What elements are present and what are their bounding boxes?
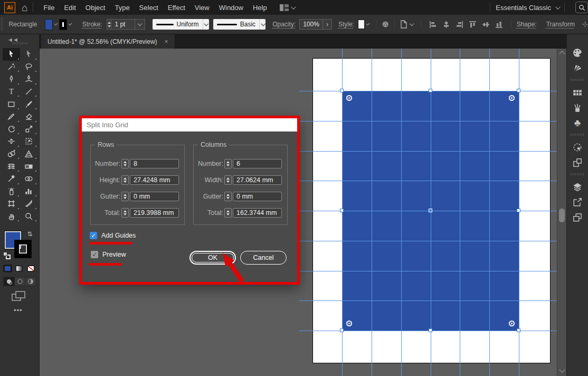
stroke-weight-value[interactable]: 1 pt (111, 19, 135, 30)
panel-group-grip[interactable] (571, 79, 584, 81)
selection-handle[interactable] (517, 89, 520, 92)
blend-tool[interactable] (20, 173, 37, 185)
menu-window[interactable]: Window (214, 0, 248, 15)
color-button[interactable] (3, 265, 12, 272)
style-swatch[interactable] (358, 20, 365, 29)
drag-grip[interactable] (1, 17, 3, 31)
screen-mode-icon[interactable] (12, 291, 25, 302)
rectangle-tool[interactable] (3, 98, 20, 110)
width-profile-chevron[interactable] (203, 19, 209, 30)
transparency-panel-icon[interactable] (567, 139, 588, 155)
selection-handle[interactable] (429, 89, 432, 92)
horizontal-guide[interactable] (299, 300, 558, 301)
stroke-weight-dropdown[interactable] (135, 19, 145, 30)
gradient-tool[interactable] (20, 160, 37, 173)
live-corner-widget[interactable] (509, 321, 515, 326)
scrollbar-thumb[interactable] (559, 209, 565, 222)
gradient-button[interactable] (15, 265, 24, 272)
swatches-panel-icon[interactable] (567, 84, 588, 100)
home-icon[interactable]: ⌂ (22, 3, 27, 13)
eraser-tool[interactable] (20, 110, 37, 123)
selection-handle[interactable] (517, 209, 520, 212)
add-guides-checkbox[interactable]: ✓ (90, 232, 97, 239)
scale-tool[interactable] (20, 123, 37, 136)
asset-export-panel-icon[interactable] (567, 194, 588, 210)
rows-total-input[interactable]: 219.3988 mm (130, 208, 179, 218)
draw-behind-button[interactable] (15, 277, 26, 286)
curvature-tool[interactable] (20, 73, 37, 86)
panel-grip[interactable] (13, 42, 27, 44)
menu-help[interactable]: Help (248, 0, 272, 15)
opacity-panel-link[interactable]: Opacity: (272, 21, 296, 28)
style-panel-link[interactable]: Style: (338, 21, 354, 28)
width-tool[interactable] (3, 135, 20, 148)
direct-selection-tool[interactable] (20, 48, 37, 61)
menu-edit[interactable]: Edit (59, 0, 80, 15)
live-corner-widget[interactable] (346, 95, 352, 101)
horizontal-guide[interactable] (299, 241, 558, 241)
lasso-tool[interactable] (20, 61, 37, 73)
rotate-tool[interactable] (3, 123, 20, 136)
color-panel-icon[interactable] (567, 45, 588, 60)
stepper[interactable] (121, 159, 129, 168)
brushes-panel-icon[interactable] (567, 100, 588, 115)
vertical-guide[interactable] (489, 49, 490, 376)
vertical-guide[interactable] (431, 49, 431, 376)
shape-builder-tool[interactable] (3, 148, 20, 161)
opacity-expand[interactable]: › (323, 19, 332, 30)
type-tool[interactable]: T (3, 86, 20, 98)
menu-file[interactable]: File (39, 0, 59, 15)
stepper[interactable] (224, 208, 232, 218)
column-graph-tool[interactable] (20, 185, 37, 198)
stroke-weight-stepper[interactable] (107, 19, 112, 30)
preview-checkbox[interactable]: ✓ (91, 251, 98, 258)
transform-panel-link[interactable]: Transform (546, 21, 575, 28)
align-left-icon[interactable] (426, 21, 440, 29)
vertical-guide[interactable] (460, 49, 460, 376)
stroke-color-indicator[interactable] (15, 240, 31, 258)
stroke-color-swatch[interactable] (59, 19, 67, 30)
symbols-panel-icon[interactable]: ♣ (567, 115, 588, 130)
width-profile-dropdown[interactable]: Uniform (153, 19, 203, 30)
layers-panel-icon[interactable] (567, 179, 588, 194)
horizontal-guide[interactable] (299, 181, 558, 181)
shape-panel-link[interactable]: Shape: (517, 21, 537, 28)
fill-color-swatch[interactable] (45, 19, 53, 30)
chevron-down-icon[interactable] (366, 22, 370, 25)
line-segment-tool[interactable] (20, 86, 37, 98)
align-center-vertical-icon[interactable] (479, 21, 492, 29)
stroke-panel-link[interactable]: Stroke: (82, 21, 102, 28)
zoom-tool[interactable] (20, 210, 37, 223)
selection-handle[interactable] (340, 89, 344, 92)
draw-inside-button[interactable] (25, 277, 36, 286)
artboard-tool[interactable] (3, 198, 20, 210)
brush-chevron[interactable] (259, 19, 265, 30)
hand-tool[interactable] (3, 210, 20, 223)
align-center-horizontal-icon[interactable] (440, 21, 453, 29)
rows-height-input[interactable]: 27.4248 mm (130, 175, 179, 185)
align-top-icon[interactable] (466, 21, 479, 29)
columns-total-input[interactable]: 162.3744 mm (233, 208, 282, 218)
columns-number-input[interactable]: 6 (233, 159, 282, 168)
artboards-panel-icon[interactable] (567, 210, 588, 225)
appearance-panel-icon[interactable] (567, 155, 588, 170)
mesh-tool[interactable] (3, 160, 20, 173)
selection-tool[interactable] (3, 48, 20, 61)
opacity-value[interactable]: 100% (299, 19, 323, 30)
stepper[interactable] (224, 159, 232, 168)
close-tab-icon[interactable]: × (165, 38, 168, 45)
shaper-tool[interactable] (3, 110, 20, 123)
free-transform-tool[interactable] (20, 135, 37, 148)
scroll-up-icon[interactable] (559, 51, 565, 57)
pen-tool[interactable] (3, 73, 20, 86)
columns-gutter-input[interactable]: 0 mm (233, 192, 282, 201)
selection-handle[interactable] (340, 209, 344, 212)
chevron-down-icon[interactable] (54, 22, 58, 25)
workspace-switcher[interactable]: Essentials Classic (496, 4, 559, 12)
menu-view[interactable]: View (190, 0, 214, 15)
dialog-title-bar[interactable]: Split Into Grid (82, 118, 297, 131)
horizontal-guide[interactable] (299, 151, 558, 152)
isolate-selection-icon[interactable] (582, 20, 588, 29)
search-button[interactable] (575, 2, 588, 13)
horizontal-guide[interactable] (299, 121, 558, 121)
